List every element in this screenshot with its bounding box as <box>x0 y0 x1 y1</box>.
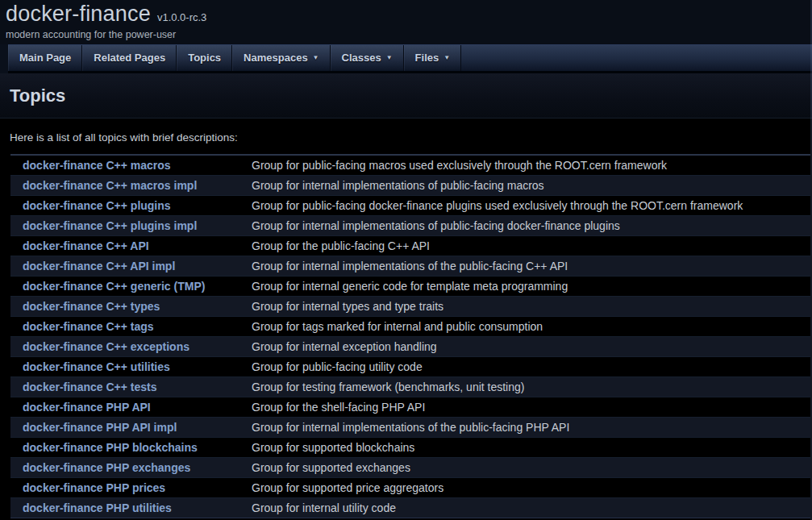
topic-entry-cell: docker-finance C++ generic (TMP) <box>10 276 252 296</box>
topic-link[interactable]: docker-finance C++ API impl <box>23 260 175 272</box>
topic-entry-cell: docker-finance C++ utilities <box>10 356 252 376</box>
nav-tab-label: Files <box>415 52 439 64</box>
project-name: docker-finance <box>6 2 151 26</box>
nav-tab: Topics▼ <box>177 45 232 71</box>
topic-link[interactable]: docker-finance PHP prices <box>23 481 165 494</box>
main-navigation: Main Page▼ Related Pages▼ Topics▼ Namesp… <box>0 44 812 73</box>
topic-link[interactable]: docker-finance C++ macros impl <box>23 179 197 192</box>
topic-description: Group for the shell-facing PHP API <box>252 397 810 417</box>
topic-description: Group for supported exchanges <box>252 457 810 477</box>
nav-tab: Namespaces▼ <box>232 45 330 71</box>
table-row: docker-finance C++ plugins Group for pub… <box>10 195 810 215</box>
topic-link[interactable]: docker-finance C++ exceptions <box>23 340 189 353</box>
topic-description: Group for internal exception handling <box>252 336 810 356</box>
project-version: v1.0.0-rc.3 <box>157 11 206 23</box>
topic-entry-cell: docker-finance C++ tests <box>10 376 252 397</box>
topic-description: Group for the public-facing C++ API <box>252 235 810 256</box>
table-row: docker-finance PHP prices Group for supp… <box>10 477 810 497</box>
topic-entry-cell: docker-finance PHP blockchains <box>10 437 252 457</box>
topic-entry-cell: docker-finance C++ API <box>10 235 252 256</box>
topic-entry-cell: docker-finance C++ exceptions <box>10 336 252 356</box>
topic-link[interactable]: docker-finance C++ types <box>23 300 160 313</box>
topic-description: Group for public-facing docker-finance p… <box>252 195 810 215</box>
table-row: docker-finance C++ API impl Group for in… <box>10 256 810 276</box>
topic-link[interactable]: docker-finance PHP utilities <box>23 501 172 514</box>
topic-description: Group for internal implementations of pu… <box>252 215 810 235</box>
topic-link[interactable]: docker-finance C++ tests <box>23 381 157 393</box>
topic-description: Group for internal implementations of th… <box>252 417 810 437</box>
page-header: Topics <box>0 73 812 119</box>
chevron-down-icon: ▼ <box>386 45 393 70</box>
table-row: docker-finance PHP exchanges Group for s… <box>10 457 810 477</box>
topic-description: Group for public-facing macros used excl… <box>252 155 810 175</box>
nav-tab-label: Namespaces <box>244 52 308 64</box>
table-row: docker-finance C++ types Group for inter… <box>10 296 810 316</box>
topic-entry-cell: docker-finance PHP API impl <box>10 417 252 437</box>
table-row: docker-finance PHP blockchains Group for… <box>10 437 810 457</box>
topic-link[interactable]: docker-finance PHP API <box>23 401 151 414</box>
topic-description: Group for internal types and type traits <box>252 296 810 316</box>
topic-entry-cell: docker-finance PHP utilities <box>10 497 252 518</box>
topic-description: Group for supported price aggregators <box>252 477 810 497</box>
topic-entry-cell: docker-finance C++ types <box>10 296 252 316</box>
table-row: docker-finance C++ utilities Group for p… <box>10 356 810 376</box>
topic-link[interactable]: docker-finance C++ macros <box>23 159 171 172</box>
topic-entry-cell: docker-finance PHP exchanges <box>10 457 252 477</box>
table-row: docker-finance C++ plugins impl Group fo… <box>10 215 810 235</box>
topic-description: Group for internal generic code for temp… <box>252 276 810 296</box>
topic-description: Group for supported blockchains <box>252 437 810 457</box>
nav-tab: Related Pages▼ <box>82 45 177 71</box>
topic-description: Group for internal implementations of th… <box>252 256 810 276</box>
nav-tab-label: Main Page <box>19 52 71 64</box>
topic-link[interactable]: docker-finance C++ utilities <box>23 360 170 373</box>
topic-link[interactable]: docker-finance PHP API impl <box>23 421 177 434</box>
topic-description: Group for internal utility code <box>252 497 810 518</box>
nav-tab-link[interactable]: Namespaces▼ <box>233 45 329 70</box>
intro-text: Here is a list of all topics with brief … <box>10 131 812 144</box>
table-row: docker-finance C++ generic (TMP) Group f… <box>10 276 810 296</box>
topic-entry-cell: docker-finance C++ macros <box>10 155 252 175</box>
table-row: docker-finance C++ exceptions Group for … <box>10 336 810 356</box>
page-title: Topics <box>10 85 812 106</box>
topic-entry-cell: docker-finance C++ plugins impl <box>10 215 252 235</box>
topic-entry-cell: docker-finance C++ macros impl <box>10 175 252 195</box>
topic-entry-cell: docker-finance PHP API <box>10 397 252 417</box>
nav-tab: Main Page▼ <box>8 45 82 71</box>
topic-description: Group for internal implementations of pu… <box>252 175 810 195</box>
nav-tab-link[interactable]: Files▼ <box>405 45 461 70</box>
topic-link[interactable]: docker-finance C++ plugins impl <box>23 219 197 232</box>
nav-tab-link[interactable]: Topics▼ <box>177 45 231 70</box>
table-row: docker-finance PHP API impl Group for in… <box>10 417 810 437</box>
topic-description: Group for public-facing utility code <box>252 356 810 376</box>
table-row: docker-finance C++ macros impl Group for… <box>10 175 810 195</box>
topic-entry-cell: docker-finance C++ API impl <box>10 256 252 276</box>
project-brief: modern accounting for the power-user <box>6 29 812 40</box>
topic-link[interactable]: docker-finance C++ tags <box>23 320 154 333</box>
nav-tab-label: Topics <box>188 52 221 64</box>
table-row: docker-finance C++ tests Group for testi… <box>10 376 810 397</box>
topic-link[interactable]: docker-finance PHP blockchains <box>23 441 198 454</box>
topic-link[interactable]: docker-finance C++ API <box>23 239 149 252</box>
contents: Here is a list of all topics with brief … <box>0 131 812 518</box>
topic-description: Group for testing framework (benchmarks,… <box>252 376 810 397</box>
chevron-down-icon: ▼ <box>443 45 450 70</box>
chevron-down-icon: ▼ <box>313 45 319 70</box>
topic-entry-cell: docker-finance PHP prices <box>10 477 252 497</box>
topics-table: docker-finance C++ macros Group for publ… <box>10 154 810 518</box>
nav-tab-link[interactable]: Related Pages▼ <box>83 45 176 70</box>
table-row: docker-finance PHP utilities Group for i… <box>10 497 810 518</box>
topic-description: Group for tags marked for internal and p… <box>252 316 810 336</box>
nav-tab-label: Classes <box>342 52 381 64</box>
nav-tab: Files▼ <box>404 45 462 71</box>
topic-link[interactable]: docker-finance C++ generic (TMP) <box>23 280 205 293</box>
topic-link[interactable]: docker-finance C++ plugins <box>23 199 171 212</box>
table-row: docker-finance C++ tags Group for tags m… <box>10 316 810 336</box>
nav-tab-link[interactable]: Main Page▼ <box>9 45 81 70</box>
nav-tab-link[interactable]: Classes▼ <box>331 45 403 70</box>
topic-link[interactable]: docker-finance PHP exchanges <box>23 461 190 474</box>
table-row: docker-finance C++ macros Group for publ… <box>10 155 810 175</box>
topic-entry-cell: docker-finance C++ tags <box>10 316 252 336</box>
nav-tab-label: Related Pages <box>94 52 165 64</box>
nav-tab-list: Main Page▼ Related Pages▼ Topics▼ Namesp… <box>8 45 812 71</box>
nav-tab: Classes▼ <box>331 45 404 71</box>
